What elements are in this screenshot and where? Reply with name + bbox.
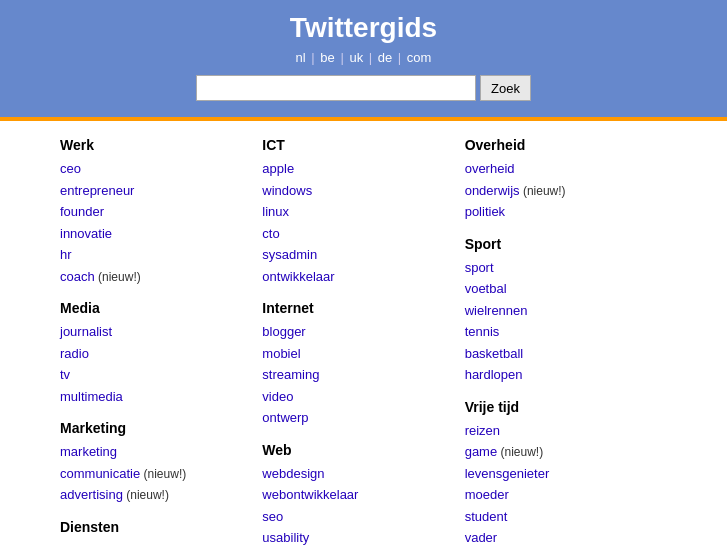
category-title: Internet <box>262 300 444 316</box>
list-item: blogger <box>262 322 444 342</box>
list-item: cto <box>262 224 444 244</box>
category-link[interactable]: moeder <box>465 487 509 502</box>
search-input[interactable] <box>196 75 476 101</box>
column-col2: ICTapplewindowslinuxctosysadminontwikkel… <box>262 137 464 545</box>
search-bar: Zoek <box>0 75 727 101</box>
link-list: overheidonderwijs (nieuw!)politiek <box>465 159 647 222</box>
list-item: marketing <box>60 442 242 462</box>
list-item: ontwikkelaar <box>262 267 444 287</box>
list-item: tennis <box>465 322 647 342</box>
category-link[interactable]: founder <box>60 204 104 219</box>
category-link[interactable]: apple <box>262 161 294 176</box>
category-title: Media <box>60 300 242 316</box>
category-link[interactable]: usability <box>262 530 309 545</box>
list-item: mobiel <box>262 344 444 364</box>
list-item: communicatie (nieuw!) <box>60 464 242 484</box>
category-link[interactable]: webontwikkelaar <box>262 487 358 502</box>
category-link[interactable]: voetbal <box>465 281 507 296</box>
category-link[interactable]: blogger <box>262 324 305 339</box>
link-list: ceoentrepreneurfounderinnovatiehrcoach (… <box>60 159 242 286</box>
list-item: voetbal <box>465 279 647 299</box>
category-link[interactable]: coach <box>60 269 95 284</box>
category-link[interactable]: advertising <box>60 487 123 502</box>
list-item: onderwijs (nieuw!) <box>465 181 647 201</box>
category-link[interactable]: journalist <box>60 324 112 339</box>
category-link[interactable]: game <box>465 444 498 459</box>
nieuw-badge: (nieuw!) <box>520 184 566 198</box>
category-link[interactable]: radio <box>60 346 89 361</box>
lang-uk[interactable]: uk <box>349 50 363 65</box>
category-link[interactable]: hardlopen <box>465 367 523 382</box>
lang-be[interactable]: be <box>320 50 334 65</box>
category-link[interactable]: politiek <box>465 204 505 219</box>
list-item: usability <box>262 528 444 545</box>
category-link[interactable]: communicatie <box>60 466 140 481</box>
list-item: sysadmin <box>262 245 444 265</box>
category-link[interactable]: linux <box>262 204 289 219</box>
link-list: applewindowslinuxctosysadminontwikkelaar <box>262 159 444 286</box>
list-item: ontwerp <box>262 408 444 428</box>
nieuw-badge: (nieuw!) <box>95 270 141 284</box>
list-item: linux <box>262 202 444 222</box>
list-item: moeder <box>465 485 647 505</box>
list-item: multimedia <box>60 387 242 407</box>
category-link[interactable]: windows <box>262 183 312 198</box>
lang-nl[interactable]: nl <box>296 50 306 65</box>
category-link[interactable]: wielrennen <box>465 303 528 318</box>
list-item: wielrennen <box>465 301 647 321</box>
list-item: levensgenieter <box>465 464 647 484</box>
link-list: journalistradiotvmultimedia <box>60 322 242 406</box>
category-link[interactable]: ontwerp <box>262 410 308 425</box>
category-link[interactable]: sport <box>465 260 494 275</box>
category-link[interactable]: webdesign <box>262 466 324 481</box>
category-link[interactable]: marketing <box>60 444 117 459</box>
list-item: hr <box>60 245 242 265</box>
category-title: Vrije tijd <box>465 399 647 415</box>
list-item: windows <box>262 181 444 201</box>
category-link[interactable]: innovatie <box>60 226 112 241</box>
category-link[interactable]: basketball <box>465 346 524 361</box>
category-link[interactable]: student <box>465 509 508 524</box>
category-title: Web <box>262 442 444 458</box>
list-item: financieel <box>60 541 242 546</box>
category-link[interactable]: streaming <box>262 367 319 382</box>
list-item: tv <box>60 365 242 385</box>
search-button[interactable]: Zoek <box>480 75 531 101</box>
category-link[interactable]: tennis <box>465 324 500 339</box>
list-item: advertising (nieuw!) <box>60 485 242 505</box>
category-link[interactable]: cto <box>262 226 279 241</box>
category-link[interactable]: multimedia <box>60 389 123 404</box>
content-area: Werkceoentrepreneurfounderinnovatiehrcoa… <box>0 121 727 545</box>
category-title: ICT <box>262 137 444 153</box>
category-link[interactable]: video <box>262 389 293 404</box>
category-link[interactable]: mobiel <box>262 346 300 361</box>
list-item: webontwikkelaar <box>262 485 444 505</box>
category-link[interactable]: hr <box>60 247 72 262</box>
category-link[interactable]: levensgenieter <box>465 466 550 481</box>
category-link[interactable]: ontwikkelaar <box>262 269 334 284</box>
category-link[interactable]: ceo <box>60 161 81 176</box>
link-list: sportvoetbalwielrennentennisbasketballha… <box>465 258 647 385</box>
header: Twittergids nl | be | uk | de | com Zoek <box>0 0 727 117</box>
category-link[interactable]: entrepreneur <box>60 183 134 198</box>
list-item: webdesign <box>262 464 444 484</box>
list-item: overheid <box>465 159 647 179</box>
list-item: reizen <box>465 421 647 441</box>
category-link[interactable]: sysadmin <box>262 247 317 262</box>
lang-de[interactable]: de <box>378 50 392 65</box>
list-item: founder <box>60 202 242 222</box>
category-link[interactable]: reizen <box>465 423 500 438</box>
link-list: reizengame (nieuw!)levensgenietermoeders… <box>465 421 647 546</box>
list-item: streaming <box>262 365 444 385</box>
category-link[interactable]: vader <box>465 530 498 545</box>
list-item: politiek <box>465 202 647 222</box>
lang-com[interactable]: com <box>407 50 432 65</box>
site-title: Twittergids <box>0 12 727 44</box>
list-item: video <box>262 387 444 407</box>
category-link[interactable]: seo <box>262 509 283 524</box>
category-link[interactable]: onderwijs <box>465 183 520 198</box>
category-link[interactable]: overheid <box>465 161 515 176</box>
category-title: Werk <box>60 137 242 153</box>
category-title: Diensten <box>60 519 242 535</box>
category-link[interactable]: tv <box>60 367 70 382</box>
